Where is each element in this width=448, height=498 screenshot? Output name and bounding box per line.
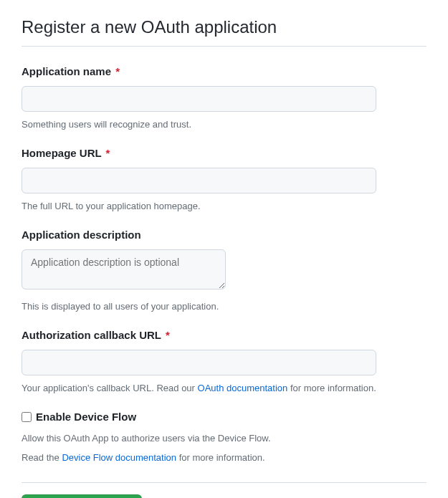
required-asterisk-icon: * [166,329,170,341]
callback-hint-prefix: Your application's callback URL. Read ou… [22,383,198,393]
field-group-device-flow: Enable Device Flow Allow this OAuth App … [22,409,426,465]
callback-url-hint: Your application's callback URL. Read ou… [22,381,426,396]
device-flow-hint-line2: Read the Device Flow documentation for m… [22,451,426,465]
callback-url-label-text: Authorization callback URL [22,329,161,341]
register-application-button[interactable]: Register application [22,494,142,499]
required-asterisk-icon: * [106,147,110,159]
field-group-app-name: Application name * Something users will … [22,64,426,131]
required-asterisk-icon: * [115,65,120,77]
field-group-homepage-url: Homepage URL * The full URL to your appl… [22,145,426,213]
oauth-documentation-link[interactable]: OAuth documentation [198,383,288,393]
device-flow-checkbox[interactable] [22,412,32,422]
app-name-label-text: Application name [22,65,111,77]
app-name-label: Application name * [22,64,426,80]
homepage-url-input[interactable] [22,168,376,193]
field-group-description: Application description This is displaye… [22,227,426,313]
homepage-url-label-text: Homepage URL [22,147,101,159]
description-label: Application description [22,227,426,244]
callback-hint-suffix: for more information. [287,383,376,393]
callback-url-label: Authorization callback URL * [22,327,426,344]
form-actions: Register application Cancel [22,482,426,499]
description-textarea[interactable] [22,249,226,289]
device-flow-hint2-prefix: Read the [22,452,62,463]
app-name-input[interactable] [22,86,376,112]
device-flow-checkbox-row: Enable Device Flow [22,409,426,426]
page-title: Register a new OAuth application [22,14,426,47]
description-hint: This is displayed to all users of your a… [22,300,426,314]
device-flow-hint2-suffix: for more information. [176,452,265,463]
app-name-hint: Something users will recognize and trust… [22,118,426,132]
homepage-url-label: Homepage URL * [22,145,426,162]
homepage-url-hint: The full URL to your application homepag… [22,199,426,214]
callback-url-input[interactable] [22,350,376,375]
device-flow-label: Enable Device Flow [36,409,136,426]
device-flow-documentation-link[interactable]: Device Flow documentation [62,452,176,463]
oauth-registration-form: Application name * Something users will … [22,64,426,498]
device-flow-hint-line1: Allow this OAuth App to authorize users … [22,431,426,446]
field-group-callback-url: Authorization callback URL * Your applic… [22,327,426,395]
